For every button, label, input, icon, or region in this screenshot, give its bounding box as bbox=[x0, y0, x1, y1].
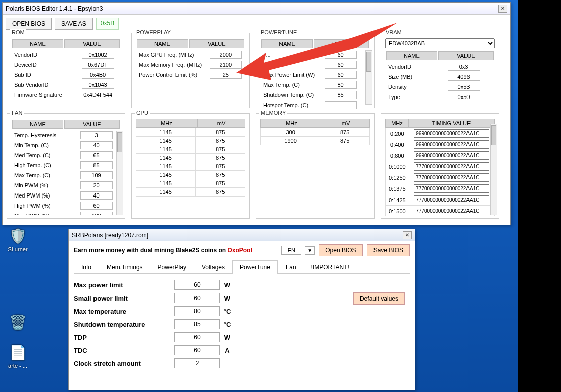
table-row[interactable]: 1145875 bbox=[136, 179, 245, 188]
tab-voltages[interactable]: Voltages bbox=[194, 260, 232, 274]
timing-input[interactable] bbox=[414, 195, 489, 204]
table-row[interactable]: 1145875 bbox=[136, 145, 245, 154]
save-as-button[interactable]: SAVE AS bbox=[55, 18, 93, 30]
cell[interactable]: 875 bbox=[196, 171, 245, 179]
cell[interactable]: 875 bbox=[320, 137, 370, 145]
cell[interactable]: 1145 bbox=[136, 171, 196, 179]
timing-input[interactable] bbox=[414, 207, 489, 215]
cell[interactable]: 875 bbox=[196, 128, 245, 137]
table-row[interactable]: 1145875 bbox=[136, 128, 245, 137]
cell[interactable]: 1145 bbox=[136, 162, 196, 171]
scrollbar[interactable] bbox=[365, 50, 372, 105]
value-input[interactable] bbox=[210, 51, 242, 59]
cell[interactable]: 1145 bbox=[136, 145, 196, 154]
cell[interactable]: 875 bbox=[196, 137, 245, 145]
table-row[interactable]: 1145875 bbox=[136, 188, 245, 197]
value-input[interactable] bbox=[174, 293, 220, 303]
polaris-titlebar[interactable]: Polaris BIOS Editor 1.4.1 - Epsylon3 ✕ bbox=[3, 3, 510, 15]
value-input[interactable] bbox=[82, 71, 114, 79]
timing-input[interactable] bbox=[414, 129, 489, 138]
tab-memtimings[interactable]: Mem.Timings bbox=[99, 260, 150, 274]
value-input[interactable] bbox=[82, 91, 114, 99]
scrollbar-thumb[interactable] bbox=[366, 52, 371, 72]
value-input[interactable] bbox=[325, 81, 357, 89]
cell[interactable]: 875 bbox=[196, 154, 245, 162]
timing-input[interactable] bbox=[414, 173, 489, 182]
desktop-icon-recycle[interactable]: 🗑️ bbox=[3, 313, 33, 333]
value-input[interactable] bbox=[210, 61, 242, 69]
cell[interactable]: 875 bbox=[196, 188, 245, 197]
table-row[interactable]: 1145875 bbox=[136, 154, 245, 162]
table-row[interactable]: 300875 bbox=[261, 128, 370, 137]
cell[interactable]: 300 bbox=[261, 128, 320, 137]
value-input[interactable] bbox=[174, 280, 220, 290]
open-bios-button[interactable]: Open BIOS bbox=[319, 244, 362, 256]
value-input[interactable] bbox=[80, 212, 113, 215]
cell[interactable]: 1145 bbox=[136, 137, 196, 145]
cell[interactable]: 875 bbox=[196, 162, 245, 171]
value-input[interactable] bbox=[448, 73, 480, 81]
value-input[interactable] bbox=[80, 202, 113, 210]
value-input[interactable] bbox=[80, 181, 113, 189]
value-input[interactable] bbox=[174, 345, 220, 355]
value-input[interactable] bbox=[174, 358, 220, 368]
value-input[interactable] bbox=[448, 93, 480, 101]
scrollbar-thumb[interactable] bbox=[117, 132, 122, 152]
scrollbar-thumb[interactable] bbox=[491, 125, 496, 145]
value-input[interactable] bbox=[325, 71, 357, 79]
value-input[interactable] bbox=[82, 61, 114, 69]
open-bios-button[interactable]: OPEN BIOS bbox=[6, 18, 52, 30]
desktop-icon-shortcut[interactable]: 📄 arte - ... bbox=[3, 343, 33, 369]
value-input[interactable] bbox=[82, 81, 114, 89]
tab-powertune[interactable]: PowerTune bbox=[232, 260, 278, 274]
table-row[interactable]: 1145875 bbox=[136, 162, 245, 171]
tab-info[interactable]: Info bbox=[74, 260, 99, 274]
value-input[interactable] bbox=[80, 171, 113, 179]
promo-link[interactable]: OxoPool bbox=[227, 247, 252, 254]
cell[interactable]: 875 bbox=[196, 179, 245, 188]
save-bios-button[interactable]: Save BIOS bbox=[367, 244, 410, 256]
tab-fan[interactable]: Fan bbox=[278, 260, 304, 274]
value-input[interactable] bbox=[325, 61, 357, 69]
scrollbar[interactable] bbox=[116, 131, 123, 215]
table-row[interactable]: 1900875 bbox=[261, 137, 370, 145]
default-values-button[interactable]: Default values bbox=[353, 292, 405, 305]
timing-input[interactable] bbox=[414, 140, 489, 149]
cell[interactable]: 1145 bbox=[136, 179, 196, 188]
timing-input[interactable] bbox=[414, 162, 489, 171]
value-input[interactable] bbox=[448, 83, 480, 91]
value-input[interactable] bbox=[80, 141, 113, 149]
timing-input[interactable] bbox=[414, 184, 489, 193]
desktop-icon-shield[interactable]: 🛡️ SI urner bbox=[3, 226, 33, 252]
scrollbar[interactable] bbox=[490, 124, 497, 215]
value-input[interactable] bbox=[80, 131, 113, 139]
chevron-down-icon[interactable]: ▼ bbox=[305, 246, 315, 255]
tab-powerplay[interactable]: PowerPlay bbox=[150, 260, 194, 274]
value-input[interactable] bbox=[174, 332, 220, 342]
value-input[interactable] bbox=[174, 319, 220, 329]
value-input[interactable] bbox=[174, 306, 220, 316]
close-icon[interactable]: ✕ bbox=[498, 5, 507, 13]
value-input[interactable] bbox=[325, 51, 357, 59]
value-input[interactable] bbox=[82, 51, 114, 59]
cell[interactable]: 875 bbox=[320, 128, 370, 137]
close-icon[interactable]: ✕ bbox=[403, 231, 412, 239]
table-row[interactable]: 1145875 bbox=[136, 171, 245, 179]
cell[interactable]: 1145 bbox=[136, 188, 196, 197]
cell[interactable]: 1900 bbox=[261, 137, 320, 145]
cell[interactable]: 1145 bbox=[136, 128, 196, 137]
value-input[interactable] bbox=[448, 63, 480, 71]
vram-select[interactable]: EDW4032BAB bbox=[385, 38, 495, 48]
value-input[interactable] bbox=[325, 91, 357, 99]
value-input[interactable] bbox=[80, 161, 113, 169]
srb-titlebar[interactable]: SRBPolaris [ready1207.rom] ✕ bbox=[69, 229, 415, 241]
value-input[interactable] bbox=[210, 71, 242, 79]
tab-important[interactable]: !IMPORTANT! bbox=[304, 260, 357, 274]
cell[interactable]: 875 bbox=[196, 145, 245, 154]
value-input[interactable] bbox=[325, 101, 357, 109]
timing-input[interactable] bbox=[414, 151, 489, 160]
cell[interactable]: 1145 bbox=[136, 154, 196, 162]
table-row[interactable]: 1145875 bbox=[136, 137, 245, 145]
language-select[interactable]: EN bbox=[281, 246, 301, 255]
value-input[interactable] bbox=[80, 191, 113, 200]
